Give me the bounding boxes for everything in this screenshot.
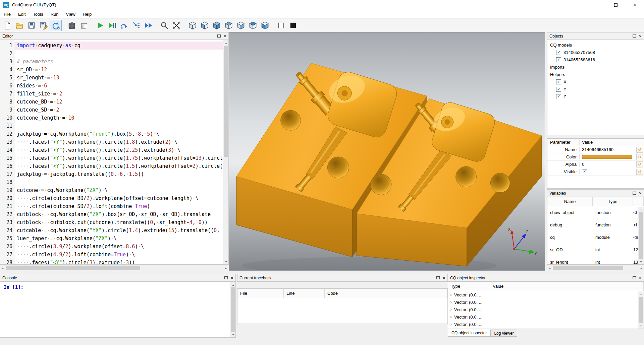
code-line[interactable]: cutcone_BD·=·12: [15, 98, 223, 106]
editor-panel-header[interactable]: Editor ×: [0, 32, 229, 40]
column-header-code[interactable]: Code: [325, 289, 447, 298]
reset-property-button[interactable]: ↺: [636, 169, 643, 175]
line-number[interactable]: 3: [0, 58, 15, 66]
code-line[interactable]: [15, 50, 223, 58]
scrollbar-thumb[interactable]: [224, 46, 228, 157]
scroll-down-arrow[interactable]: ▼: [230, 332, 236, 337]
scroll-up-arrow[interactable]: ▲: [638, 207, 644, 212]
inspector-vertical-scrollbar[interactable]: ▲ ▼: [638, 291, 644, 329]
code-line[interactable]: cutblock·=·cutblock.cut(cutcone).transla…: [15, 218, 223, 226]
column-header-name[interactable]: Name: [547, 197, 593, 206]
checkbox-checked[interactable]: ✓: [556, 94, 561, 99]
scroll-down-arrow[interactable]: ▼: [638, 323, 644, 329]
checkbox-checked[interactable]: ✓: [556, 79, 561, 84]
minimize-button[interactable]: [588, 0, 606, 10]
scrollbar-thumb[interactable]: [639, 212, 643, 259]
code-line[interactable]: cutcone·=·cq.Workplane("ZX")·\: [15, 186, 223, 194]
code-line[interactable]: ····.faces("<Y").workplane().circle(1.5)…: [15, 162, 223, 170]
inspector-row[interactable]: ▷Vector: (0.0, ...: [448, 298, 644, 306]
scrollbar-thumb[interactable]: [6, 266, 140, 270]
tree-group-imports[interactable]: Imports: [547, 63, 644, 71]
tree-item-model[interactable]: ✓ 3140652683616: [547, 56, 644, 63]
variable-row[interactable]: show_objectfunction<f: [547, 206, 644, 219]
float-panel-icon[interactable]: [436, 276, 440, 279]
code-line[interactable]: ····.circle(cutcone_BD/2).workplane(offs…: [15, 194, 223, 202]
wireframe-button[interactable]: [275, 20, 287, 31]
right-view-button[interactable]: [235, 20, 247, 31]
code-line[interactable]: [15, 122, 223, 130]
console-panel-header[interactable]: Console ×: [0, 274, 236, 282]
code-line[interactable]: nSides·=·6: [15, 82, 223, 90]
line-number[interactable]: 13: [0, 138, 15, 146]
line-number[interactable]: 22: [0, 210, 15, 218]
open-file-button[interactable]: [13, 20, 25, 31]
code-line[interactable]: luer_taper·=·cq.Workplane("ZX")·\: [15, 234, 223, 243]
save-button[interactable]: [25, 20, 38, 31]
tree-item-helper-z[interactable]: ✓ Z: [547, 93, 644, 100]
tree-group-cq-models[interactable]: CQ models: [547, 41, 644, 49]
console-output[interactable]: In [1]:: [0, 282, 236, 338]
tree-group-helpers[interactable]: Helpers: [547, 71, 644, 78]
line-number[interactable]: 16: [0, 162, 15, 170]
scroll-left-arrow[interactable]: ◄: [547, 265, 552, 271]
editor-vertical-scrollbar[interactable]: ▲ ▼: [223, 40, 228, 264]
menu-view[interactable]: View: [62, 10, 79, 18]
column-header-parameter[interactable]: Parameter: [547, 140, 580, 145]
float-panel-icon[interactable]: [224, 276, 228, 279]
tab-log-viewer[interactable]: Log viewer: [490, 330, 517, 337]
scroll-up-arrow[interactable]: ▲: [638, 291, 644, 297]
code-line[interactable]: [15, 178, 223, 186]
code-line[interactable]: ····.faces("<Y").circle(3).extrude(-3)): [15, 259, 223, 264]
line-number[interactable]: 24: [0, 226, 15, 234]
line-number[interactable]: 9: [0, 106, 15, 114]
scroll-up-arrow[interactable]: ▲: [223, 40, 229, 46]
scroll-right-arrow[interactable]: ►: [223, 265, 229, 271]
step-button[interactable]: [118, 20, 130, 31]
variable-row[interactable]: sr_ODint12: [547, 244, 644, 256]
console-vertical-scrollbar[interactable]: ▲ ▼: [230, 282, 235, 337]
code-line[interactable]: cutcone_length·=·10: [15, 114, 223, 122]
scrollbar-thumb[interactable]: [553, 266, 623, 270]
column-header-value[interactable]: Value: [580, 140, 644, 145]
checkbox-checked[interactable]: ✓: [582, 169, 587, 174]
code-line[interactable]: ····.faces("<Y").workplane().circle(2.25…: [15, 146, 223, 154]
scroll-up-arrow[interactable]: ▲: [230, 282, 236, 287]
bottom-view-button[interactable]: [259, 20, 271, 31]
code-line[interactable]: jackplug·=·cq.Workplane("front").box(5,·…: [15, 130, 223, 138]
save-as-button[interactable]: [38, 20, 50, 31]
close-panel-icon[interactable]: ×: [639, 276, 642, 280]
line-number[interactable]: 12: [0, 130, 15, 138]
code-area[interactable]: import·cadquery·as·cq# parameterssr_OD·=…: [15, 40, 223, 264]
back-view-button[interactable]: [211, 20, 223, 31]
line-number[interactable]: 21: [0, 202, 15, 210]
close-panel-icon[interactable]: ×: [639, 191, 642, 196]
code-line[interactable]: jackplug·=·jackplug.translate((0,·6,·1.5…: [15, 170, 223, 178]
scroll-left-arrow[interactable]: ◄: [0, 265, 5, 271]
line-number[interactable]: 7: [0, 90, 15, 98]
expander-icon[interactable]: ▷: [450, 308, 452, 311]
editor-horizontal-scrollbar[interactable]: ◄ ►: [0, 265, 229, 271]
reset-property-button[interactable]: ↺: [636, 147, 643, 153]
property-row-alpha[interactable]: Alpha 0 ↺: [547, 161, 644, 168]
menu-edit[interactable]: Edit: [14, 10, 29, 18]
code-line[interactable]: sr_lenght·=·13: [15, 74, 223, 82]
code-editor[interactable]: 1234567891011121314151617181920212223242…: [0, 40, 229, 265]
code-line[interactable]: cutcone_SD·=·2: [15, 106, 223, 114]
variable-row[interactable]: sr_lenghtint13: [547, 256, 644, 265]
scrollbar-thumb[interactable]: [639, 297, 643, 323]
line-number[interactable]: 20: [0, 194, 15, 202]
menu-run[interactable]: Run: [47, 10, 62, 18]
float-panel-icon[interactable]: [633, 192, 636, 195]
line-number[interactable]: 2: [0, 50, 15, 58]
menu-help[interactable]: Help: [79, 10, 96, 18]
code-line[interactable]: ····.circle(4.9/2).loft(combine=True)·\: [15, 251, 223, 259]
iso-view-button[interactable]: [186, 20, 199, 31]
code-line[interactable]: cutblock·=·cq.Workplane("ZX").box(sr_OD,…: [15, 210, 223, 218]
inspector-row[interactable]: ▷Vector: (0.0, ...: [448, 291, 644, 298]
scrollbar-thumb[interactable]: [231, 287, 235, 332]
tree-item-helper-x[interactable]: ✓ X: [547, 78, 644, 85]
line-number[interactable]: 11: [0, 122, 15, 130]
inspector-row[interactable]: ▷Vector: (0.0, ...: [448, 313, 644, 321]
traceback-panel-header[interactable]: Current traceback ×: [237, 274, 448, 282]
line-number[interactable]: 25: [0, 234, 15, 243]
